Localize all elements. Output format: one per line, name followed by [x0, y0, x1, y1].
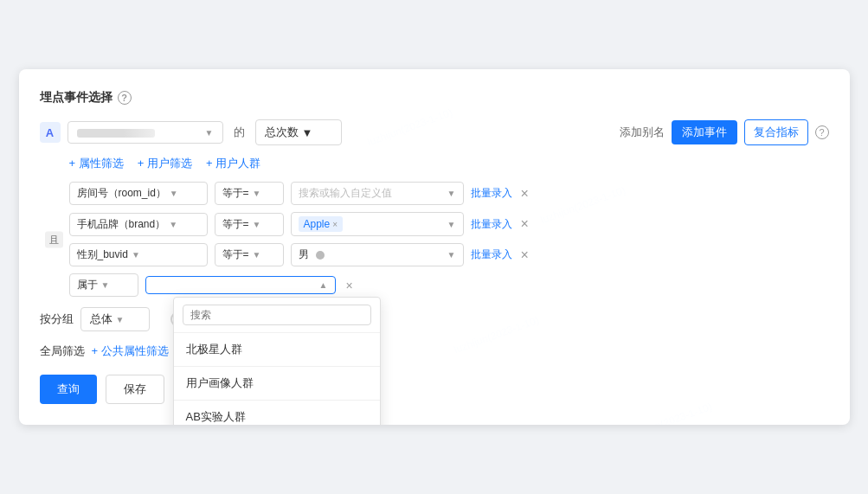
batch-btn-1[interactable]: 批量录入 — [471, 186, 512, 201]
add-property-filter[interactable]: + 属性筛选 — [69, 156, 124, 171]
belong-label: 属于 — [77, 278, 98, 292]
add-public-filter-button[interactable]: + 公共属性筛选 — [92, 343, 169, 359]
of-text: 的 — [230, 125, 248, 140]
add-user-filter[interactable]: + 用户筛选 — [138, 156, 192, 171]
badge-a: A — [40, 122, 61, 143]
belong-close[interactable]: × — [346, 279, 353, 292]
cond-op-2-arrow: ▼ — [253, 220, 261, 229]
batch-x-1[interactable]: × — [521, 186, 529, 202]
query-button[interactable]: 查询 — [40, 375, 97, 404]
cond-val-1[interactable]: 搜索或输入自定义值 ▼ — [291, 182, 464, 205]
metric-select[interactable]: 总次数 ▼ — [255, 119, 342, 145]
cond-val-3-text: 男 — [299, 247, 309, 262]
metric-arrow: ▼ — [302, 126, 313, 139]
cond-field-1[interactable]: 房间号（room_id） ▼ — [69, 182, 208, 205]
add-event-button[interactable]: 添加事件 — [672, 120, 737, 144]
global-filter-row: 全局筛选 + 公共属性筛选 — [40, 343, 829, 359]
cond-field-2-label: 手机品牌（brand） — [77, 217, 166, 232]
conditions-block: 且 房间号（room_id） ▼ 等于= ▼ 搜索或输入自定义值 ▼ 批量录入 … — [69, 182, 829, 297]
dropdown-search-area — [174, 298, 380, 333]
cond-val-3-arrow: ▼ — [447, 250, 456, 260]
event-select-arrow: ▼ — [205, 128, 214, 138]
global-filter-label: 全局筛选 — [40, 343, 85, 359]
belong-select[interactable]: 属于 ▼ — [69, 273, 138, 297]
batch-btn-2[interactable]: 批量录入 — [471, 217, 512, 232]
dropdown-search-input[interactable] — [183, 305, 371, 325]
cond-op-1[interactable]: 等于= ▼ — [215, 182, 284, 205]
male-dot — [316, 251, 325, 260]
row-a: A ▼ 的 总次数 ▼ 添加别名 添加事件 复合指标 ? — [40, 119, 829, 145]
batch-btn-3[interactable]: 批量录入 — [471, 247, 512, 262]
cond-val-1-placeholder: 搜索或输入自定义值 — [299, 186, 392, 201]
cond-op-3-arrow: ▼ — [253, 250, 261, 260]
bottom-buttons: 查询 保存 — [40, 375, 829, 404]
belong-arrow: ▼ — [101, 280, 110, 290]
composite-button[interactable]: 复合指标 — [744, 119, 808, 145]
cond-field-3-arrow: ▼ — [132, 250, 140, 260]
condition-row-3: 性别_buvid ▼ 等于= ▼ 男 ▼ 批量录入 × — [69, 243, 829, 266]
event-select-blurred — [77, 126, 155, 138]
composite-help-icon[interactable]: ? — [815, 125, 829, 139]
cond-op-2-label: 等于= — [222, 217, 249, 232]
apple-chip-close[interactable]: × — [332, 220, 338, 229]
cond-val-1-arrow: ▼ — [447, 189, 456, 198]
dropdown-item-1[interactable]: 用户画像人群 — [174, 367, 380, 400]
cond-val-3[interactable]: 男 ▼ — [291, 243, 464, 266]
belong-input-arrow: ▲ — [319, 280, 328, 290]
and-badge: 且 — [45, 231, 63, 247]
group-by-row: 按分组 总体 ▼ 合并去重 ? — [40, 307, 829, 331]
batch-x-3[interactable]: × — [521, 247, 529, 263]
event-select[interactable]: ▼ — [68, 121, 223, 144]
right-actions: 添加别名 添加事件 复合指标 ? — [620, 119, 829, 145]
cond-field-1-arrow: ▼ — [170, 189, 178, 198]
cond-op-1-label: 等于= — [222, 186, 249, 201]
condition-row-1: 房间号（room_id） ▼ 等于= ▼ 搜索或输入自定义值 ▼ 批量录入 × — [69, 182, 829, 205]
group-by-label: 按分组 — [40, 311, 74, 327]
cond-op-3-label: 等于= — [222, 247, 249, 262]
belong-input[interactable]: ▲ — [145, 276, 336, 294]
belong-section: 属于 ▼ ▲ × 北极星人群 用户画像人群 AB实验人群 — [69, 273, 829, 297]
group-by-arrow: ▼ — [116, 315, 125, 324]
section-title: 埋点事件选择 ? — [40, 90, 829, 106]
main-container: luzhijun(2023-1-10) luzhijun(2023-1-10) … — [19, 69, 850, 425]
cond-field-3[interactable]: 性别_buvid ▼ — [69, 243, 208, 266]
condition-row-2: 手机品牌（brand） ▼ 等于= ▼ Apple × ▼ 批量录入 × — [69, 212, 829, 236]
batch-x-2[interactable]: × — [521, 216, 529, 232]
cond-field-3-label: 性别_buvid — [77, 247, 128, 262]
cond-op-2[interactable]: 等于= ▼ — [215, 213, 284, 236]
cond-field-1-label: 房间号（room_id） — [77, 186, 166, 201]
belong-row: 属于 ▼ ▲ × — [69, 273, 829, 297]
apple-chip: Apple × — [299, 216, 344, 232]
section-title-text: 埋点事件选择 — [40, 90, 113, 106]
dropdown-item-0[interactable]: 北极星人群 — [174, 333, 380, 366]
group-by-value: 总体 — [90, 311, 113, 327]
cond-op-1-arrow: ▼ — [253, 189, 261, 198]
cond-val-2[interactable]: Apple × ▼ — [291, 212, 464, 236]
dropdown-item-2[interactable]: AB实验人群 — [174, 401, 380, 425]
cond-field-2[interactable]: 手机品牌（brand） ▼ — [69, 213, 208, 236]
metric-label: 总次数 — [265, 125, 299, 140]
group-by-select[interactable]: 总体 ▼ — [80, 307, 150, 331]
cond-field-2-arrow: ▼ — [169, 220, 177, 229]
filter-links: + 属性筛选 + 用户筛选 + 用户人群 — [69, 156, 829, 171]
cond-val-2-arrow: ▼ — [447, 220, 456, 229]
save-button[interactable]: 保存 — [106, 375, 164, 404]
add-alias-button[interactable]: 添加别名 — [620, 125, 665, 140]
cond-op-3[interactable]: 等于= ▼ — [215, 243, 284, 266]
add-user-group-filter[interactable]: + 用户人群 — [206, 156, 260, 171]
dropdown-panel: 北极星人群 用户画像人群 AB实验人群 ██████████████ █████… — [173, 297, 381, 425]
help-icon[interactable]: ? — [118, 91, 132, 105]
